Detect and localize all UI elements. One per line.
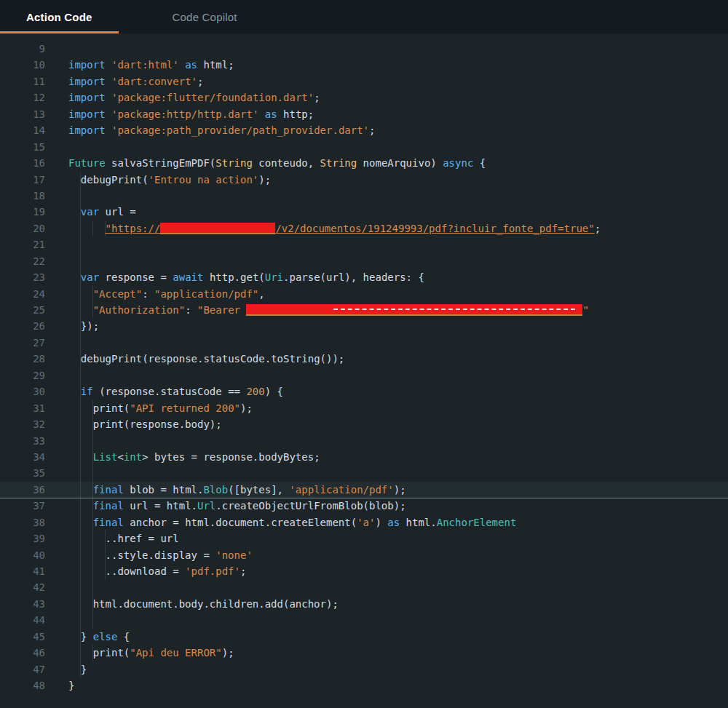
code-line[interactable]: 42: [0, 579, 728, 595]
code-line[interactable]: 26});: [0, 318, 728, 334]
code-token: ..style.display =: [106, 549, 216, 561]
code-token: await: [173, 271, 203, 283]
code-line[interactable]: 16Future salvaStringEmPDF(String conteud…: [0, 155, 728, 171]
code-token: String: [320, 157, 357, 169]
code-line[interactable]: 11import 'dart:convert';: [0, 73, 728, 90]
code-token: import: [68, 92, 106, 103]
code-line[interactable]: 21: [0, 236, 728, 252]
line-number: 22: [0, 253, 45, 269]
code-line-active[interactable]: 36final blob = html.Blob([bytes], 'appli…: [0, 482, 728, 498]
line-content: [68, 612, 93, 628]
code-line[interactable]: 34List<int> bytes = response.bodyBytes;: [0, 449, 728, 465]
code-line[interactable]: 45} else {: [0, 629, 728, 645]
code-line[interactable]: 12import 'package:flutter/foundation.dar…: [0, 90, 728, 106]
line-content: import 'dart:html' as html;: [68, 57, 234, 73]
code-token: var: [81, 206, 99, 218]
code-line[interactable]: 39..href = url: [0, 530, 728, 546]
line-number: 35: [0, 465, 45, 481]
code-line[interactable]: 9: [0, 41, 728, 57]
line-number: 24: [0, 286, 45, 302]
code-line[interactable]: 46print("Api deu ERROR");: [0, 645, 728, 661]
line-content: var url =: [68, 204, 136, 220]
code-line[interactable]: 23var response = await http.get(Uri.pars…: [0, 269, 728, 285]
indent-guide: [81, 514, 93, 530]
code-line[interactable]: 41..download = 'pdf.pdf';: [0, 563, 728, 579]
indent-guide: [81, 286, 93, 302]
code-line[interactable]: 35: [0, 465, 728, 481]
code-line[interactable]: 37final url = html.Url.createObjectUrlFr…: [0, 498, 728, 514]
code-token: Uri: [265, 271, 283, 283]
line-number: 28: [0, 351, 45, 367]
code-token: 'pdf.pdf': [185, 565, 240, 577]
code-line[interactable]: 30if (response.statusCode == 200) {: [0, 383, 728, 399]
code-line[interactable]: 29: [0, 367, 728, 383]
code-token: );: [240, 402, 253, 414]
code-line[interactable]: 22: [0, 253, 728, 269]
line-content: html.document.body.children.add(anchor);: [68, 596, 339, 612]
code-token: final: [93, 484, 124, 496]
code-line[interactable]: 32print(response.body);: [0, 416, 728, 432]
code-line[interactable]: 48}: [0, 677, 728, 693]
code-token: "Api deu ERROR": [130, 647, 221, 659]
code-token: debugPrint(: [81, 174, 149, 186]
code-token: final: [93, 500, 124, 512]
indent-guide: [68, 335, 81, 351]
line-number: 14: [0, 122, 45, 138]
code-token: 'dart:html': [111, 59, 179, 71]
indent-guide: [68, 465, 81, 481]
code-token: url =: [99, 206, 136, 218]
line-content: }: [68, 677, 74, 693]
indent-guide: [81, 465, 93, 481]
indent-guide: [81, 400, 93, 416]
code-line[interactable]: 43html.document.body.children.add(anchor…: [0, 596, 728, 612]
line-number: 30: [0, 383, 45, 399]
code-line[interactable]: 20"https:///v2/documentos/191249993/pdf?…: [0, 220, 728, 236]
code-line[interactable]: 38final anchor = html.document.createEle…: [0, 514, 728, 530]
code-token: (response.statusCode ==: [93, 386, 247, 397]
tab-action-code[interactable]: Action Code: [0, 0, 119, 33]
code-token: as: [387, 517, 400, 528]
indent-guide: [68, 645, 81, 661]
indent-guide: [81, 416, 93, 432]
code-token: ) {: [265, 386, 283, 397]
code-token: ;: [369, 124, 375, 136]
code-line[interactable]: 13import 'package:http/http.dart' as htt…: [0, 106, 728, 122]
code-token: [106, 59, 111, 71]
tab-code-copilot[interactable]: Code Copilot: [146, 0, 264, 33]
code-line[interactable]: 19var url =: [0, 204, 728, 220]
line-content: [68, 253, 81, 269]
indent-guide: [81, 596, 93, 612]
indent-guide: [68, 482, 81, 498]
line-number: 47: [0, 661, 45, 677]
code-line[interactable]: 33: [0, 433, 728, 449]
indent-guide: [68, 579, 81, 595]
code-token: {: [117, 631, 130, 643]
line-content: [68, 433, 93, 449]
code-line[interactable]: 17debugPrint('Entrou na action');: [0, 172, 728, 188]
code-editor[interactable]: 910import 'dart:html' as html;11import '…: [0, 33, 728, 708]
indent-guide: [68, 383, 81, 399]
code-token: :: [142, 288, 154, 300]
code-line[interactable]: 10import 'dart:html' as html;: [0, 57, 728, 73]
code-token: import: [68, 59, 106, 71]
line-content: [68, 465, 93, 481]
code-line[interactable]: 28debugPrint(response.statusCode.toStrin…: [0, 351, 728, 367]
code-line[interactable]: 18: [0, 188, 728, 204]
code-line[interactable]: 25"Authorization": "Bearer ": [0, 302, 728, 318]
code-token: "API returned 200": [130, 402, 240, 414]
code-line[interactable]: 14import 'package:path_provider/path_pro…: [0, 122, 728, 138]
code-token: 'none': [215, 549, 253, 561]
line-content: "Accept": "application/pdf",: [68, 286, 265, 302]
code-line[interactable]: 27: [0, 335, 728, 351]
code-token: "https://: [106, 223, 161, 234]
code-line[interactable]: 47}: [0, 661, 728, 677]
code-line[interactable]: 24"Accept": "application/pdf",: [0, 286, 728, 302]
redaction-bar: [246, 304, 582, 316]
code-line[interactable]: 15: [0, 139, 728, 155]
code-token: 'application/pdf': [289, 484, 393, 496]
code-token: url = html.: [124, 500, 197, 512]
code-token: else: [93, 631, 118, 643]
code-line[interactable]: 31print("API returned 200");: [0, 400, 728, 416]
code-line[interactable]: 40..style.display = 'none': [0, 547, 728, 563]
code-line[interactable]: 44: [0, 612, 728, 628]
